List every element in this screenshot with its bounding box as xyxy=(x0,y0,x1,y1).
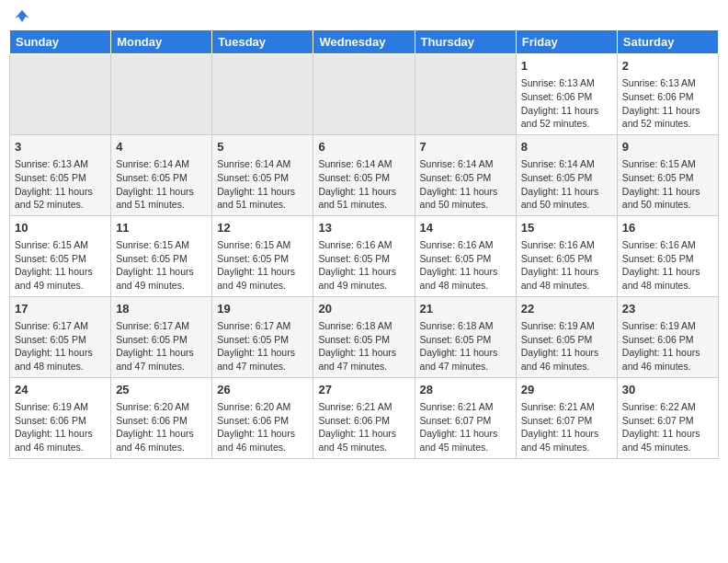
sunrise-text: Sunrise: 6:14 AM xyxy=(420,158,494,169)
sunset-text: Sunset: 6:06 PM xyxy=(217,415,289,426)
table-row: 20Sunrise: 6:18 AMSunset: 6:05 PMDayligh… xyxy=(313,296,415,377)
table-row: 30Sunrise: 6:22 AMSunset: 6:07 PMDayligh… xyxy=(617,377,718,458)
sunset-text: Sunset: 6:05 PM xyxy=(420,253,492,264)
daylight-text: Daylight: 11 hours and 52 minutes. xyxy=(15,186,93,211)
sunrise-text: Sunrise: 6:19 AM xyxy=(622,320,696,331)
day-number: 13 xyxy=(318,220,409,236)
sunset-text: Sunset: 6:05 PM xyxy=(318,334,390,345)
daylight-text: Daylight: 11 hours and 48 minutes. xyxy=(15,347,93,372)
sunset-text: Sunset: 6:06 PM xyxy=(622,334,694,345)
sunset-text: Sunset: 6:06 PM xyxy=(318,415,390,426)
sunset-text: Sunset: 6:05 PM xyxy=(521,253,593,264)
sunset-text: Sunset: 6:05 PM xyxy=(116,334,188,345)
sunrise-text: Sunrise: 6:19 AM xyxy=(15,401,88,412)
table-row: 19Sunrise: 6:17 AMSunset: 6:05 PMDayligh… xyxy=(212,296,313,377)
table-row: 9Sunrise: 6:15 AMSunset: 6:05 PMDaylight… xyxy=(617,134,718,215)
page-header xyxy=(9,9,719,22)
sunrise-text: Sunrise: 6:16 AM xyxy=(622,239,696,250)
table-row: 1Sunrise: 6:13 AMSunset: 6:06 PMDaylight… xyxy=(516,54,617,135)
table-row: 29Sunrise: 6:21 AMSunset: 6:07 PMDayligh… xyxy=(516,377,617,458)
table-row: 23Sunrise: 6:19 AMSunset: 6:06 PMDayligh… xyxy=(617,296,718,377)
sunrise-text: Sunrise: 6:17 AM xyxy=(116,320,189,331)
calendar-header-row: SundayMondayTuesdayWednesdayThursdayFrid… xyxy=(10,30,719,54)
day-number: 21 xyxy=(420,301,511,317)
sunrise-text: Sunrise: 6:13 AM xyxy=(15,158,88,169)
daylight-text: Daylight: 11 hours and 45 minutes. xyxy=(420,428,498,453)
table-row: 25Sunrise: 6:20 AMSunset: 6:06 PMDayligh… xyxy=(111,377,212,458)
calendar-week-4: 17Sunrise: 6:17 AMSunset: 6:05 PMDayligh… xyxy=(10,296,719,377)
table-row: 5Sunrise: 6:14 AMSunset: 6:05 PMDaylight… xyxy=(212,134,313,215)
calendar-week-2: 3Sunrise: 6:13 AMSunset: 6:05 PMDaylight… xyxy=(10,134,719,215)
daylight-text: Daylight: 11 hours and 51 minutes. xyxy=(318,186,396,211)
daylight-text: Daylight: 11 hours and 48 minutes. xyxy=(420,266,498,291)
day-number: 28 xyxy=(420,382,511,398)
table-row xyxy=(111,54,212,135)
table-row xyxy=(313,54,415,135)
svg-marker-0 xyxy=(15,10,29,22)
sunset-text: Sunset: 6:05 PM xyxy=(420,334,492,345)
calendar-week-1: 1Sunrise: 6:13 AMSunset: 6:06 PMDaylight… xyxy=(10,54,719,135)
day-number: 4 xyxy=(116,139,207,155)
daylight-text: Daylight: 11 hours and 47 minutes. xyxy=(217,347,295,372)
day-number: 29 xyxy=(521,382,612,398)
table-row: 26Sunrise: 6:20 AMSunset: 6:06 PMDayligh… xyxy=(212,377,313,458)
day-number: 17 xyxy=(15,301,106,317)
table-row: 28Sunrise: 6:21 AMSunset: 6:07 PMDayligh… xyxy=(415,377,516,458)
sunset-text: Sunset: 6:05 PM xyxy=(521,172,593,183)
weekday-header-monday: Monday xyxy=(111,30,212,54)
table-row: 4Sunrise: 6:14 AMSunset: 6:05 PMDaylight… xyxy=(111,134,212,215)
logo-bird-icon xyxy=(14,9,30,26)
daylight-text: Daylight: 11 hours and 50 minutes. xyxy=(622,186,700,211)
calendar-week-5: 24Sunrise: 6:19 AMSunset: 6:06 PMDayligh… xyxy=(10,377,719,458)
daylight-text: Daylight: 11 hours and 46 minutes. xyxy=(521,347,599,372)
sunrise-text: Sunrise: 6:17 AM xyxy=(217,320,290,331)
sunrise-text: Sunrise: 6:13 AM xyxy=(521,77,595,88)
daylight-text: Daylight: 11 hours and 48 minutes. xyxy=(521,266,599,291)
weekday-header-tuesday: Tuesday xyxy=(212,30,313,54)
day-number: 25 xyxy=(116,382,207,398)
table-row: 14Sunrise: 6:16 AMSunset: 6:05 PMDayligh… xyxy=(415,215,516,296)
sunrise-text: Sunrise: 6:19 AM xyxy=(521,320,595,331)
day-number: 2 xyxy=(622,58,713,75)
table-row: 3Sunrise: 6:13 AMSunset: 6:05 PMDaylight… xyxy=(10,134,111,215)
sunrise-text: Sunrise: 6:14 AM xyxy=(217,158,290,169)
calendar-week-3: 10Sunrise: 6:15 AMSunset: 6:05 PMDayligh… xyxy=(10,215,719,296)
day-number: 12 xyxy=(217,220,308,236)
day-number: 11 xyxy=(116,220,207,236)
daylight-text: Daylight: 11 hours and 47 minutes. xyxy=(420,347,498,372)
table-row: 27Sunrise: 6:21 AMSunset: 6:06 PMDayligh… xyxy=(313,377,415,458)
day-number: 5 xyxy=(217,139,308,155)
day-number: 10 xyxy=(15,220,106,236)
daylight-text: Daylight: 11 hours and 51 minutes. xyxy=(116,186,194,211)
weekday-header-sunday: Sunday xyxy=(10,30,111,54)
sunset-text: Sunset: 6:05 PM xyxy=(116,253,188,264)
sunrise-text: Sunrise: 6:21 AM xyxy=(521,401,595,412)
daylight-text: Daylight: 11 hours and 48 minutes. xyxy=(622,266,700,291)
sunrise-text: Sunrise: 6:14 AM xyxy=(521,158,595,169)
day-number: 18 xyxy=(116,301,207,317)
daylight-text: Daylight: 11 hours and 52 minutes. xyxy=(622,105,700,130)
sunset-text: Sunset: 6:05 PM xyxy=(622,253,694,264)
daylight-text: Daylight: 11 hours and 51 minutes. xyxy=(217,186,295,211)
logo xyxy=(13,9,31,22)
sunset-text: Sunset: 6:05 PM xyxy=(217,253,289,264)
daylight-text: Daylight: 11 hours and 46 minutes. xyxy=(116,428,194,453)
daylight-text: Daylight: 11 hours and 50 minutes. xyxy=(420,186,498,211)
sunrise-text: Sunrise: 6:15 AM xyxy=(15,239,88,250)
daylight-text: Daylight: 11 hours and 49 minutes. xyxy=(217,266,295,291)
day-number: 6 xyxy=(318,139,409,155)
day-number: 19 xyxy=(217,301,308,317)
daylight-text: Daylight: 11 hours and 50 minutes. xyxy=(521,186,599,211)
table-row: 6Sunrise: 6:14 AMSunset: 6:05 PMDaylight… xyxy=(313,134,415,215)
day-number: 14 xyxy=(420,220,511,236)
sunrise-text: Sunrise: 6:15 AM xyxy=(116,239,189,250)
daylight-text: Daylight: 11 hours and 46 minutes. xyxy=(217,428,295,453)
day-number: 30 xyxy=(622,382,713,398)
sunrise-text: Sunrise: 6:13 AM xyxy=(622,77,696,88)
weekday-header-thursday: Thursday xyxy=(415,30,516,54)
table-row: 12Sunrise: 6:15 AMSunset: 6:05 PMDayligh… xyxy=(212,215,313,296)
sunrise-text: Sunrise: 6:18 AM xyxy=(420,320,494,331)
sunrise-text: Sunrise: 6:21 AM xyxy=(420,401,494,412)
weekday-header-friday: Friday xyxy=(516,30,617,54)
table-row xyxy=(10,54,111,135)
